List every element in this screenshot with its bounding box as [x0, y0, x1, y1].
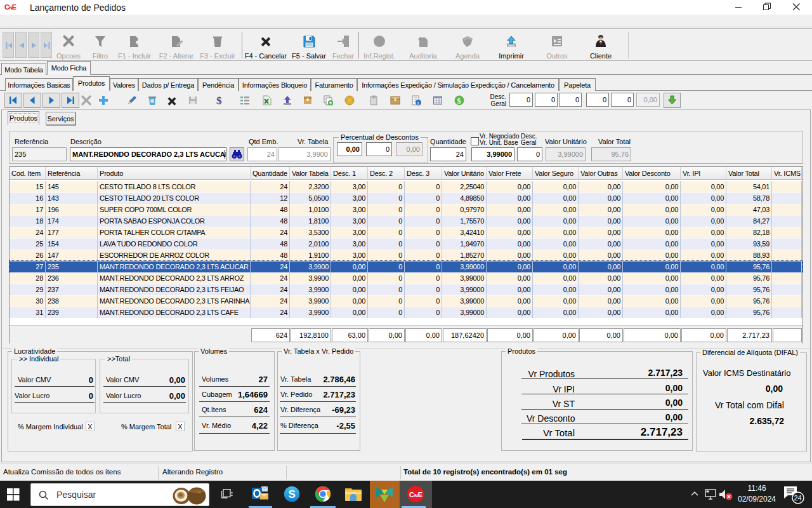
svg-text:24: 24 — [794, 494, 802, 502]
svg-text:$: $ — [216, 95, 222, 106]
svg-text:S: S — [289, 488, 296, 500]
svg-text:i: i — [417, 101, 419, 105]
svg-text:$: $ — [457, 97, 461, 105]
